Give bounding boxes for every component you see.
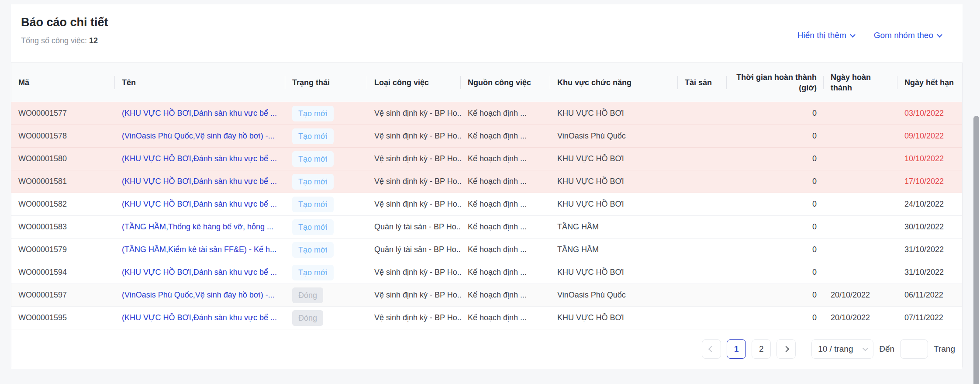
work-source-cell: Kế hoạch định ... (461, 102, 550, 125)
work-order-name-link[interactable]: (KHU VỰC HỒ BƠI,Đánh sàn khu vực bể ... (122, 313, 277, 322)
table-header: MãTênTrạng tháiLoại công việcNguồn công … (11, 63, 962, 102)
completion-hours-cell: 0 (727, 284, 824, 307)
work-order-name-link[interactable]: (VinOasis Phú Quốc,Vệ sinh đáy hồ bơi) -… (122, 291, 275, 299)
page-size-select[interactable]: 10 / trang (811, 339, 873, 359)
pagination-prev-button[interactable] (702, 339, 721, 359)
status-cell: Tạo mới (285, 102, 367, 125)
status-badge: Tạo mới (292, 242, 334, 258)
work-order-name-link[interactable]: (KHU VỰC HỒ BƠI,Đánh sàn khu vực bể ... (122, 200, 277, 208)
work-order-name-link[interactable]: (TẦNG HẦM,Thống kê hàng bể vỡ, hỏng ... (122, 222, 273, 231)
pagination-next-button[interactable] (776, 339, 796, 359)
work-order-code-cell: WO00001579 (11, 239, 115, 261)
work-order-name-cell: (TẦNG HẦM,Thống kê hàng bể vỡ, hỏng ... (115, 216, 285, 239)
functional-area-cell: TẦNG HẦM (550, 216, 678, 239)
work-source-cell: Kế hoạch định ... (461, 307, 550, 329)
column-header-ma: Mã (11, 63, 115, 102)
page-title: Báo cáo chi tiết (21, 15, 108, 30)
status-cell: Đóng (285, 284, 367, 307)
completion-hours-cell: 0 (727, 216, 824, 239)
functional-area-cell: KHU VỰC HỒ BƠI (550, 261, 678, 284)
column-header-khu-vuc-chuc-nang: Khu vực chức năng (550, 63, 678, 102)
work-source-cell: Kế hoạch định ... (461, 261, 550, 284)
work-source-cell: Kế hoạch định ... (461, 193, 550, 216)
work-order-name-link[interactable]: (TẦNG HẦM,Kiểm kê tài sản FF&E) - Kế h..… (122, 245, 276, 254)
work-order-name-link[interactable]: (KHU VỰC HỒ BƠI,Đánh sàn khu vực bể ... (122, 268, 277, 277)
functional-area-cell: KHU VỰC HỒ BƠI (550, 193, 678, 216)
table-row: WO00001597(VinOasis Phú Quốc,Vệ sinh đáy… (11, 284, 962, 307)
table-row: WO00001580(KHU VỰC HỒ BƠI,Đánh sàn khu v… (11, 148, 962, 170)
work-orders-table-container: MãTênTrạng tháiLoại công việcNguồn công … (11, 62, 963, 367)
work-order-code-cell: WO00001597 (11, 284, 115, 307)
work-order-code-cell: WO00001583 (11, 216, 115, 239)
completed-date-cell (824, 216, 897, 239)
work-orders-table: MãTênTrạng tháiLoại công việcNguồn công … (11, 63, 962, 329)
column-header-tai-san: Tài sản (678, 63, 727, 102)
work-order-name-link[interactable]: (KHU VỰC HỒ BƠI,Đánh sàn khu vực bể ... (122, 109, 277, 118)
column-header-nguon-cong-viec: Nguồn công việc (461, 63, 550, 102)
column-header-thoi-gian-hoan-thanh: Thời gian hoàn thành (giờ) (727, 63, 824, 102)
completed-date-cell (824, 261, 897, 284)
work-order-name-link[interactable]: (VinOasis Phú Quốc,Vệ sinh đáy hồ bơi) -… (122, 131, 275, 140)
work-order-name-link[interactable]: (KHU VỰC HỒ BƠI,Đánh sàn khu vực bể ... (122, 154, 277, 163)
completion-hours-cell: 0 (727, 261, 824, 284)
work-source-cell: Kế hoạch định ... (461, 125, 550, 148)
completed-date-cell (824, 148, 897, 170)
asset-cell (678, 261, 727, 284)
completion-hours-cell: 0 (727, 148, 824, 170)
show-more-label: Hiển thị thêm (797, 31, 846, 40)
work-type-cell: Quản lý tài sản - BP Ho... (367, 239, 461, 261)
status-badge: Tạo mới (292, 151, 334, 167)
work-order-code-cell: WO00001581 (11, 170, 115, 193)
due-date-cell: 31/10/2022 (897, 261, 962, 284)
work-source-cell: Kế hoạch định ... (461, 170, 550, 193)
card-header: Báo cáo chi tiết Tổng số công việc: 12 H… (11, 4, 963, 45)
work-type-cell: Vệ sinh định kỳ - BP Ho... (367, 284, 461, 307)
work-type-cell: Vệ sinh định kỳ - BP Ho... (367, 125, 461, 148)
completion-hours-cell: 0 (727, 125, 824, 148)
completed-date-cell (824, 239, 897, 261)
asset-cell (678, 239, 727, 261)
asset-cell (678, 170, 727, 193)
chevron-down-icon (937, 32, 942, 38)
status-cell: Tạo mới (285, 193, 367, 216)
table-row: WO00001583(TẦNG HẦM,Thống kê hàng bể vỡ,… (11, 216, 962, 239)
work-order-code-cell: WO00001594 (11, 261, 115, 284)
status-badge: Tạo mới (292, 106, 334, 121)
completion-hours-cell: 0 (727, 170, 824, 193)
completed-date-cell: 20/10/2022 (824, 307, 897, 329)
pagination-page-button-2[interactable]: 2 (752, 339, 771, 359)
work-order-name-cell: (KHU VỰC HỒ BƠI,Đánh sàn khu vực bể ... (115, 148, 285, 170)
page-size-value: 10 / trang (818, 344, 853, 354)
work-order-code-cell: WO00001595 (11, 307, 115, 329)
functional-area-cell: KHU VỰC HỒ BƠI (550, 307, 678, 329)
work-type-cell: Vệ sinh định kỳ - BP Ho... (367, 170, 461, 193)
vertical-scrollbar-thumb[interactable] (973, 116, 979, 384)
completed-date-cell (824, 125, 897, 148)
total-jobs-value: 12 (89, 36, 98, 45)
status-badge: Đóng (292, 287, 323, 303)
table-row: WO00001595(KHU VỰC HỒ BƠI,Đánh sàn khu v… (11, 307, 962, 329)
work-order-name-link[interactable]: (KHU VỰC HỒ BƠI,Đánh sàn khu vực bể ... (122, 177, 277, 186)
jump-to-label: Đến (879, 344, 894, 354)
status-cell: Tạo mới (285, 148, 367, 170)
due-date-cell: 31/10/2022 (897, 239, 962, 261)
status-cell: Tạo mới (285, 216, 367, 239)
asset-cell (678, 125, 727, 148)
asset-cell (678, 216, 727, 239)
page-word-label: Trang (934, 344, 955, 354)
pagination-page-button-1[interactable]: 1 (727, 339, 746, 359)
group-by-button[interactable]: Gom nhóm theo (874, 25, 942, 45)
show-more-button[interactable]: Hiển thị thêm (797, 25, 855, 45)
completion-hours-cell: 0 (727, 102, 824, 125)
group-by-label: Gom nhóm theo (874, 31, 933, 40)
table-body: WO00001577(KHU VỰC HỒ BƠI,Đánh sàn khu v… (11, 102, 962, 329)
page-jump-input[interactable] (900, 339, 928, 359)
status-badge: Tạo mới (292, 265, 334, 280)
work-source-cell: Kế hoạch định ... (461, 148, 550, 170)
completion-hours-cell: 0 (727, 307, 824, 329)
asset-cell (678, 102, 727, 125)
work-type-cell: Quản lý tài sản - BP Ho... (367, 216, 461, 239)
work-type-cell: Vệ sinh định kỳ - BP Ho... (367, 193, 461, 216)
table-header-row: MãTênTrạng tháiLoại công việcNguồn công … (11, 63, 962, 102)
completed-date-cell (824, 170, 897, 193)
